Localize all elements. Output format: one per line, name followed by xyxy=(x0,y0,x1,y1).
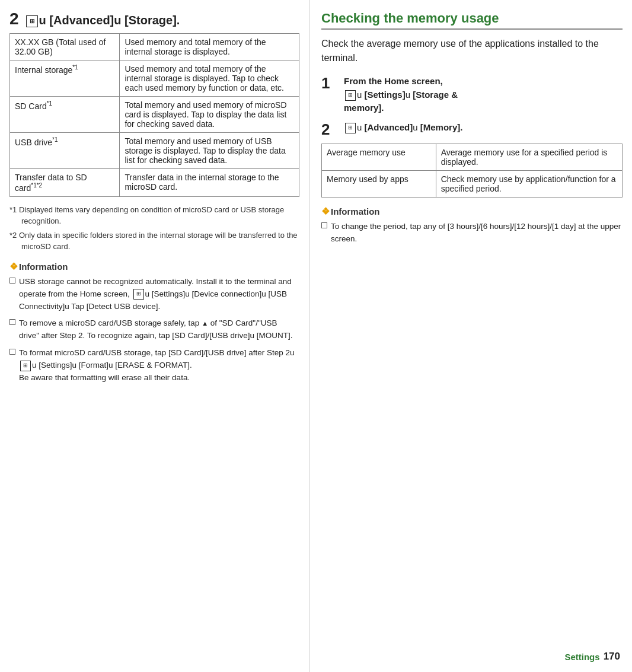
footer-label: Settings xyxy=(564,652,599,662)
right-bullet-icon xyxy=(321,222,327,228)
table-cell-label: XX.XX GB (Total used of 32.00 GB) xyxy=(10,34,120,60)
right-info-text-1: To change the period, tap any of [3 hour… xyxy=(331,221,623,246)
info-item-2: To remove a microSD card/USB storage saf… xyxy=(9,317,299,342)
table-cell-label: USB drive*1 xyxy=(10,133,120,169)
step1-number: 1 xyxy=(321,75,339,92)
table-cell-value: Used memory and total memory of the inte… xyxy=(120,60,299,97)
step2-heading: 2 ⊞ u [Advanced]u [Storage]. xyxy=(9,11,299,27)
right-step1: 1 From the Home screen, ⊞u [Settings]u [… xyxy=(321,75,623,115)
table-cell-label: Internal storage*1 xyxy=(10,60,120,97)
table-row: SD Card*1 Total memory and used memory o… xyxy=(10,97,299,133)
right-info-heading: ❖ Information xyxy=(321,206,623,217)
table-row: Transfer data to SD card*1*2 Transfer da… xyxy=(10,169,299,197)
table-cell-value: Total memory and used memory of microSD … xyxy=(120,97,299,133)
intro-text: Check the average memory use of the appl… xyxy=(321,37,623,65)
step2-number-right: 2 xyxy=(321,121,339,138)
info-body: USB storage cannot be recognized automat… xyxy=(9,276,299,384)
memory-table: Average memory use Average memory use fo… xyxy=(321,144,623,198)
step2-text-right: ⊞u [Advanced]u [Memory]. xyxy=(344,121,462,135)
table-cell-label: Transfer data to SD card*1*2 xyxy=(10,169,120,197)
section-heading: Checking the memory usage xyxy=(321,11,623,30)
grid-icon-small: ⊞ xyxy=(133,289,144,300)
right-diamond-icon: ❖ xyxy=(321,206,330,217)
page-number: 170 xyxy=(604,651,620,663)
step2-label: u [Advanced]u [Storage]. xyxy=(39,14,180,27)
info-heading-label: Information xyxy=(19,262,68,272)
bullet-icon-3 xyxy=(9,349,15,355)
footnotes: *1 Displayed items vary depending on con… xyxy=(9,204,299,253)
footnote-1: *1 Displayed items vary depending on con… xyxy=(9,204,299,227)
step1-text: From the Home screen, ⊞u [Settings]u [St… xyxy=(344,75,458,115)
bullet-icon-2 xyxy=(9,319,15,325)
table-cell-value: Used memory and total memory of the inte… xyxy=(120,34,299,60)
info-text-3: To format microSD card/USB storage, tap … xyxy=(19,347,299,384)
info-item-1: USB storage cannot be recognized automat… xyxy=(9,276,299,313)
table-row: USB drive*1 Total memory and used memory… xyxy=(10,133,299,169)
table-cell-label: Average memory use xyxy=(322,144,436,171)
info-heading: ❖ Information xyxy=(9,261,299,272)
left-panel: 2 ⊞ u [Advanced]u [Storage]. XX.XX GB (T… xyxy=(0,0,309,672)
table-cell-label: SD Card*1 xyxy=(10,97,120,133)
right-info-heading-label: Information xyxy=(331,206,380,216)
table-cell-value: Check memory use by application/function… xyxy=(436,171,622,198)
table-cell-value: Average memory use for a specified perio… xyxy=(436,144,622,171)
right-info-item-1: To change the period, tap any of [3 hour… xyxy=(321,221,623,246)
page-footer: Settings 170 xyxy=(564,651,620,663)
grid-icon: ⊞ xyxy=(26,15,38,27)
left-info-section: ❖ Information USB storage cannot be reco… xyxy=(9,261,299,384)
info-item-3: To format microSD card/USB storage, tap … xyxy=(9,347,299,384)
right-step2: 2 ⊞u [Advanced]u [Memory]. xyxy=(321,121,623,138)
bullet-icon-1 xyxy=(9,278,15,284)
step2-icon: ⊞ xyxy=(25,14,39,27)
table-row: Average memory use Average memory use fo… xyxy=(322,144,623,171)
info-text-1: USB storage cannot be recognized automat… xyxy=(19,276,299,313)
grid-icon-step1: ⊞ xyxy=(345,90,356,101)
step2-number: 2 xyxy=(9,11,19,27)
table-row: Memory used by apps Check memory use by … xyxy=(322,171,623,198)
right-info-body: To change the period, tap any of [3 hour… xyxy=(321,221,623,246)
table-cell-value: Total memory and used memory of USB stor… xyxy=(120,133,299,169)
table-row: Internal storage*1 Used memory and total… xyxy=(10,60,299,97)
table-cell-label: Memory used by apps xyxy=(322,171,436,198)
info-text-2: To remove a microSD card/USB storage saf… xyxy=(19,317,299,342)
table-cell-value: Transfer data in the internal storage to… xyxy=(120,169,299,197)
storage-table: XX.XX GB (Total used of 32.00 GB) Used m… xyxy=(9,33,299,197)
footnote-2: *2 Only data in specific folders stored … xyxy=(9,230,299,253)
diamond-icon: ❖ xyxy=(9,261,18,272)
right-info-section: ❖ Information To change the period, tap … xyxy=(321,206,623,246)
grid-icon-step2: ⊞ xyxy=(345,123,356,133)
grid-icon-small-2: ⊞ xyxy=(20,361,31,371)
table-row: XX.XX GB (Total used of 32.00 GB) Used m… xyxy=(10,34,299,60)
right-panel: Checking the memory usage Check the aver… xyxy=(309,0,632,672)
